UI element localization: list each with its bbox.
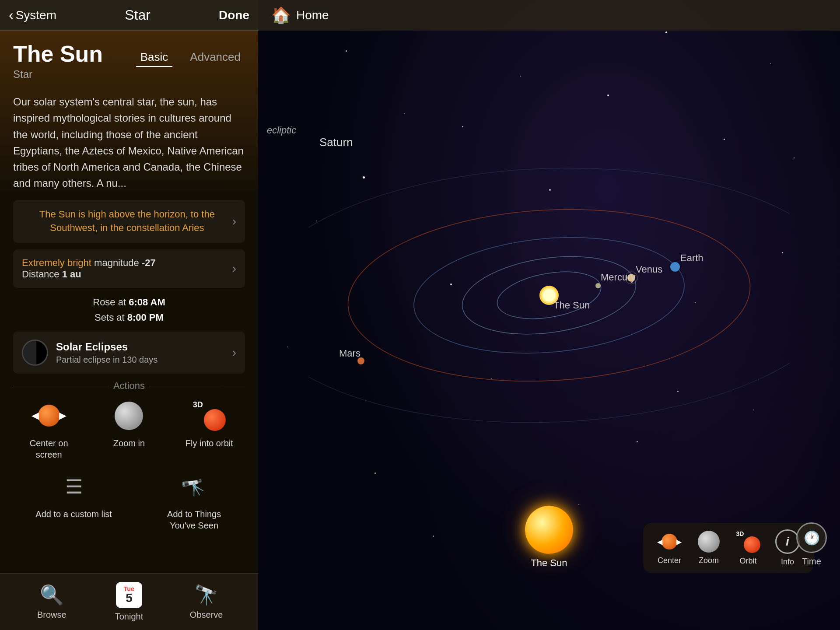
telescope-icon: 🔭 bbox=[194, 584, 218, 606]
eclipse-chevron-icon: › bbox=[232, 346, 236, 360]
stats-chevron-icon: › bbox=[232, 262, 236, 276]
svg-text:Venus: Venus bbox=[636, 264, 662, 275]
svg-text:Earth: Earth bbox=[680, 252, 704, 263]
center-label: Center onscreen bbox=[30, 438, 68, 460]
stats-text: Extremely bright magnitude -27 Distance … bbox=[22, 257, 232, 280]
distance-value: 1 au bbox=[62, 269, 81, 280]
actions-grid-2: ☰ Add to a custom list 🔭 Add to ThingsYo… bbox=[13, 469, 245, 531]
eclipse-title: Solar Eclipses bbox=[56, 341, 232, 353]
done-button[interactable]: Done bbox=[219, 8, 249, 22]
rise-set: Rose at 6:08 AM Sets at 8:00 PM bbox=[13, 294, 245, 325]
nav-bar: ‹ System Star Done bbox=[0, 0, 258, 31]
observe-label: Observe bbox=[190, 610, 223, 620]
home-label: Home bbox=[296, 8, 329, 22]
eclipse-row[interactable]: Solar Eclipses Partial eclipse in 130 da… bbox=[13, 332, 245, 374]
chevron-left-icon: ‹ bbox=[9, 7, 14, 23]
sun-header: The Sun Star bbox=[13, 42, 103, 80]
sets-label: Sets at bbox=[94, 312, 124, 323]
search-icon: 🔍 bbox=[40, 584, 64, 606]
tab-basic[interactable]: Basic bbox=[136, 48, 173, 67]
add-list-button[interactable]: ☰ Add to a custom list bbox=[35, 469, 112, 531]
center-button[interactable]: ◀ ▶ Center onscreen bbox=[21, 398, 77, 460]
actions-grid: ◀ ▶ Center onscreen Zoom in bbox=[13, 398, 245, 460]
location-row[interactable]: The Sun is high above the horizon, to th… bbox=[13, 200, 245, 243]
zoom-button[interactable]: Zoom in bbox=[101, 398, 158, 460]
right-panel[interactable]: 🏠 Home ecliptic Saturn bbox=[258, 0, 840, 630]
sets-time: 8:00 PM bbox=[127, 312, 164, 323]
tonight-badge: Tue 5 bbox=[116, 582, 142, 608]
svg-point-8 bbox=[595, 283, 601, 288]
top-nav-right: 🏠 Home bbox=[258, 0, 840, 31]
tonight-label: Tonight bbox=[115, 612, 144, 622]
info-toolbar-label: Info bbox=[781, 557, 794, 567]
orbit-toolbar-label: Orbit bbox=[739, 556, 756, 566]
sun-orb bbox=[525, 506, 573, 554]
sun-subtitle: Star bbox=[13, 68, 103, 80]
browse-label: Browse bbox=[37, 610, 66, 620]
rose-time: 6:08 AM bbox=[129, 297, 165, 308]
back-label: System bbox=[16, 8, 56, 22]
bottom-toolbar-right: ◀ ▶ Center Zoom 3D Orbit i Info bbox=[643, 523, 814, 573]
orbit-label: Fly into orbit bbox=[186, 438, 233, 449]
rose-label: Rose at bbox=[93, 297, 126, 308]
home-button[interactable]: 🏠 Home bbox=[271, 6, 329, 24]
magnitude-value: -27 bbox=[142, 257, 156, 268]
sun-title: The Sun bbox=[13, 42, 103, 66]
clock-icon: 🕐 bbox=[796, 522, 827, 553]
actions-divider: Actions bbox=[13, 380, 245, 392]
magnitude-label: magnitude bbox=[94, 257, 142, 268]
things-label: Add to ThingsYou've Seen bbox=[167, 508, 221, 531]
sun-description: Our solar system's central star, the sun… bbox=[13, 94, 245, 191]
panel-content: The Sun Star Basic Advanced Our solar sy… bbox=[0, 31, 258, 573]
home-icon: 🏠 bbox=[271, 6, 291, 24]
list-label: Add to a custom list bbox=[35, 508, 112, 520]
nav-title: Star bbox=[56, 7, 219, 23]
location-text: The Sun is high above the horizon, to th… bbox=[22, 208, 232, 235]
svg-text:Mercury: Mercury bbox=[601, 272, 635, 283]
svg-point-11 bbox=[670, 262, 680, 272]
chevron-right-icon: › bbox=[232, 214, 236, 228]
tonight-day: 5 bbox=[126, 592, 133, 604]
zoom-toolbar-label: Zoom bbox=[699, 556, 719, 565]
svg-text:Mars: Mars bbox=[339, 348, 360, 359]
list-icon: ☰ bbox=[65, 475, 83, 498]
center-toolbar-button[interactable]: ◀ ▶ Center bbox=[652, 531, 687, 565]
distance-label: Distance bbox=[22, 269, 60, 280]
actions-label: Actions bbox=[113, 380, 145, 392]
bottom-bar: 🔍 Browse Tue 5 Tonight 🔭 Observe bbox=[0, 573, 258, 630]
sun-bottom-display: The Sun bbox=[525, 506, 573, 569]
zoom-label: Zoom in bbox=[113, 438, 145, 449]
orbit-diagram: Earth Venus Mercury The Sun Mars bbox=[308, 98, 790, 492]
time-button[interactable]: 🕐 Time bbox=[796, 522, 827, 567]
browse-tab[interactable]: 🔍 Browse bbox=[25, 584, 78, 620]
observe-tab[interactable]: 🔭 Observe bbox=[180, 584, 233, 620]
back-button[interactable]: ‹ System bbox=[9, 7, 56, 23]
brightness-label: Extremely bright bbox=[22, 257, 91, 268]
svg-text:The Sun: The Sun bbox=[553, 300, 590, 311]
tonight-tab[interactable]: Tue 5 Tonight bbox=[103, 582, 155, 622]
ecliptic-label: ecliptic bbox=[267, 125, 296, 136]
add-things-button[interactable]: 🔭 Add to ThingsYou've Seen bbox=[166, 469, 223, 531]
eclipse-icon bbox=[22, 340, 48, 366]
tab-advanced[interactable]: Advanced bbox=[186, 48, 245, 67]
left-panel: ‹ System Star Done The Sun Star Basic Ad… bbox=[0, 0, 258, 630]
center-toolbar-label: Center bbox=[658, 556, 681, 565]
orbit-toolbar-button[interactable]: 3D Orbit bbox=[731, 530, 766, 566]
time-label: Time bbox=[802, 556, 821, 567]
orbit-button[interactable]: 3D Fly into orbit bbox=[181, 398, 238, 460]
zoom-toolbar-button[interactable]: Zoom bbox=[691, 531, 726, 565]
eclipse-subtitle: Partial eclipse in 130 days bbox=[56, 355, 232, 365]
sun-bottom-label: The Sun bbox=[531, 557, 567, 569]
eclipse-info: Solar Eclipses Partial eclipse in 130 da… bbox=[56, 341, 232, 365]
stats-row[interactable]: Extremely bright magnitude -27 Distance … bbox=[13, 249, 245, 288]
